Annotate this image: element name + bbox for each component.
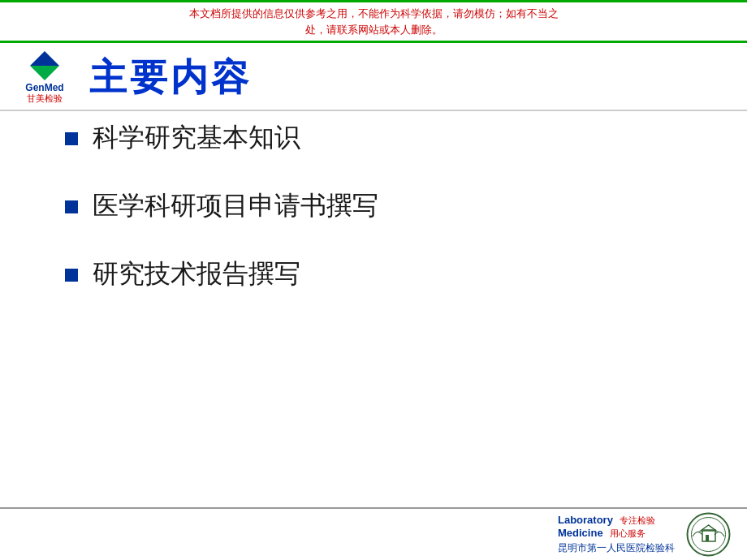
footer-lab-cn2: 用心服务 bbox=[610, 528, 646, 540]
bullet-list: 科学研究基本知识医学科研项目申请书撰写研究技术报告撰写 bbox=[65, 120, 698, 325]
bullet-item: 科学研究基本知识 bbox=[65, 120, 698, 156]
logo-diamond-icon bbox=[30, 51, 59, 80]
bullet-item: 研究技术报告撰写 bbox=[65, 256, 698, 292]
footer-text-block: Laboratory 专注检验 Medicine 用心服务 昆明市第一人民医院检… bbox=[558, 514, 675, 555]
slide-body: 科学研究基本知识医学科研项目申请书撰写研究技术报告撰写 bbox=[0, 88, 747, 507]
bullet-square-icon bbox=[65, 269, 78, 282]
footer-line2: Medicine 用心服务 bbox=[558, 527, 646, 540]
footer-hospital: 昆明市第一人民医院检验科 bbox=[558, 541, 675, 555]
footer-circle-logo-icon bbox=[686, 512, 731, 557]
svg-marker-1 bbox=[30, 51, 59, 66]
bullet-item: 医学科研项目申请书撰写 bbox=[65, 188, 698, 224]
footer-lab-cn1: 专注检验 bbox=[620, 515, 655, 527]
bullet-square-icon bbox=[65, 132, 78, 145]
footer-lab-en: Laboratory bbox=[558, 514, 613, 526]
disclaimer-line2: 处，请联系网站或本人删除。 bbox=[8, 22, 739, 38]
disclaimer-line1: 本文档所提供的信息仅供参考之用，不能作为科学依据，请勿模仿；如有不当之 bbox=[8, 6, 739, 22]
footer-med-en: Medicine bbox=[558, 527, 603, 539]
bullet-square-icon bbox=[65, 200, 78, 213]
svg-marker-0 bbox=[30, 66, 59, 80]
slide-footer: Laboratory 专注检验 Medicine 用心服务 昆明市第一人民医院检… bbox=[0, 507, 747, 560]
bullet-text: 研究技术报告撰写 bbox=[93, 256, 300, 292]
disclaimer-banner: 本文档所提供的信息仅供参考之用，不能作为科学依据，请勿模仿；如有不当之 处，请联… bbox=[0, 0, 747, 43]
bullet-text: 科学研究基本知识 bbox=[93, 120, 300, 156]
svg-rect-5 bbox=[706, 535, 709, 541]
svg-point-3 bbox=[692, 518, 726, 552]
bullet-text: 医学科研项目申请书撰写 bbox=[93, 188, 378, 224]
footer-line1: Laboratory 专注检验 bbox=[558, 514, 655, 527]
